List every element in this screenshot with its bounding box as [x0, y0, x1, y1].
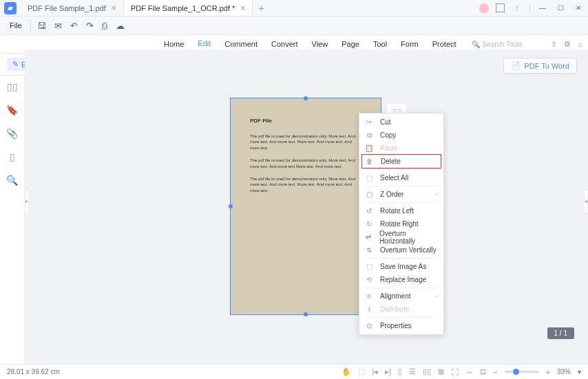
attachments-icon[interactable]: 📎	[7, 128, 18, 139]
status-bar: 28.01 x 39.62 cm ✋ ⬚ |◂ ▸| ▯ ☰ ▯▯ ⊞ ⛶ ↔ …	[0, 364, 588, 379]
resize-handle-s[interactable]	[304, 312, 308, 316]
settings-icon[interactable]: ⚙	[564, 40, 571, 49]
ctx-copy[interactable]: ⧉Copy	[359, 129, 443, 142]
tab-label: PDF File Sample_1.pdf	[28, 4, 106, 12]
close-button[interactable]: ✕	[573, 3, 584, 14]
layers-icon: ▢	[365, 191, 373, 198]
bookmarks-icon[interactable]: 🔖	[7, 105, 18, 116]
copy-icon: ⧉	[365, 131, 373, 140]
home-icon[interactable]: ⌂	[578, 40, 582, 49]
ctx-rotate-left[interactable]: ↺Rotate Left	[359, 204, 443, 217]
save-icon[interactable]: 🖫	[35, 21, 48, 31]
redo-icon[interactable]: ↷	[84, 21, 96, 31]
zoom-in-icon[interactable]: +	[546, 368, 550, 376]
search-label: Search Tools	[483, 41, 523, 48]
rotate-left-icon: ↺	[365, 207, 373, 215]
ctx-select-all[interactable]: ⬚Select All	[359, 171, 443, 184]
fullscreen-icon[interactable]: ⛶	[451, 368, 459, 376]
pencil-icon: ✎	[12, 60, 19, 69]
resize-handle-w[interactable]	[229, 204, 233, 208]
context-menu: ✂Cut ⧉Copy 📋Paste 🗑Delete ⬚Select All ▢Z…	[359, 113, 444, 335]
zoom-value[interactable]: 33%	[557, 368, 571, 376]
fit-width-icon[interactable]: ↔	[465, 368, 473, 376]
view-double-icon[interactable]: ▯▯	[423, 367, 431, 376]
doc-paragraph: The pdf file is used for demonstration o…	[250, 176, 361, 193]
app-icon: ▰	[4, 2, 17, 14]
layers-icon[interactable]: ▯	[7, 151, 18, 162]
paste-icon: 📋	[365, 144, 373, 152]
ctx-properties[interactable]: ⊙Properties	[359, 319, 443, 332]
hand-tool-icon[interactable]: ✋	[342, 367, 351, 376]
gear-icon: ⊙	[365, 322, 373, 329]
doc-paragraph: The pdf file is used for demonstration o…	[250, 158, 361, 169]
doc-paragraph: The pdf file is used for demonstration o…	[250, 133, 361, 151]
theme-icon[interactable]	[479, 3, 489, 13]
thumbnails-icon[interactable]: ▯▯	[7, 81, 18, 92]
ctx-paste: 📋Paste	[359, 142, 443, 155]
canvas-area: 📄 PDF To Word PDF File The pdf file is u…	[25, 50, 588, 364]
chevron-down-icon[interactable]: ▾	[578, 368, 581, 376]
resize-handle-n[interactable]	[304, 96, 308, 100]
replace-icon: ⟲	[365, 276, 373, 283]
pdf-to-word-label: PDF To Word	[524, 62, 569, 70]
expand-right-handle[interactable]: ◂	[584, 190, 588, 213]
nav-next-icon[interactable]: ▸|	[385, 367, 391, 376]
popout-icon[interactable]	[496, 3, 505, 12]
chevron-right-icon: ›	[436, 293, 438, 299]
ctx-z-order[interactable]: ▢Z Order›	[359, 188, 443, 201]
file-toolbar: File 🖫 ✉ ↶ ↷ ⎙ ☁	[0, 17, 588, 34]
ctx-rotate-right[interactable]: ↻Rotate Right	[359, 217, 443, 230]
print-icon[interactable]: ⎙	[100, 21, 109, 31]
share-icon[interactable]: ⇪	[551, 40, 557, 49]
more-icon[interactable]: ⋮	[512, 3, 523, 14]
page-indicator: 1 / 1	[547, 327, 574, 339]
doc-title: PDF File	[250, 118, 361, 124]
pdf-to-word-button[interactable]: 📄 PDF To Word	[503, 58, 577, 74]
cut-icon: ✂	[365, 118, 373, 126]
tab-label: PDF File Sample_1_OCR.pdf *	[131, 4, 235, 12]
ctx-overturn-h[interactable]: ⇄Overturn Horizontally	[359, 230, 443, 243]
flip-v-icon: ⇅	[365, 246, 373, 254]
file-menu[interactable]: File	[6, 21, 26, 30]
ctx-replace-image[interactable]: ⟲Replace Image	[359, 273, 443, 286]
maximize-button[interactable]: ☐	[555, 3, 566, 14]
view-single-icon[interactable]: ▯	[398, 367, 402, 376]
ctx-overturn-v[interactable]: ⇅Overturn Vertically	[359, 243, 443, 257]
undo-icon[interactable]: ↶	[68, 21, 80, 31]
search-tools[interactable]: 🔍 Search Tools	[472, 41, 523, 48]
mail-icon[interactable]: ✉	[52, 21, 64, 31]
zoom-slider[interactable]	[505, 371, 539, 373]
tab-file-1[interactable]: PDF File Sample_1.pdf ×	[21, 0, 124, 16]
close-icon[interactable]: ×	[112, 3, 116, 13]
word-icon: 📄	[511, 61, 521, 70]
ctx-distribute: ⫴Distribute	[359, 303, 443, 316]
fit-page-icon[interactable]: ⊡	[480, 367, 486, 376]
delete-icon: 🗑	[366, 158, 374, 165]
ctx-save-image[interactable]: ⬚Save Image As	[359, 260, 443, 273]
ctx-delete[interactable]: 🗑Delete	[361, 154, 441, 169]
left-sidebar: ▯▯ 🔖 📎 ▯ 🔍	[0, 76, 25, 364]
minimize-button[interactable]: —	[537, 3, 548, 14]
save-icon: ⬚	[365, 263, 373, 270]
nav-prev-icon[interactable]: |◂	[372, 367, 378, 376]
close-icon[interactable]: ×	[240, 3, 245, 13]
zoom-out-icon[interactable]: −	[493, 368, 497, 376]
search-icon: 🔍	[472, 41, 480, 48]
titlebar: ▰ PDF File Sample_1.pdf × PDF File Sampl…	[0, 0, 588, 17]
flip-h-icon: ⇄	[365, 233, 372, 241]
ctx-alignment[interactable]: ≡Alignment›	[359, 290, 443, 303]
view-cont-icon[interactable]: ☰	[409, 367, 416, 376]
add-tab-button[interactable]: +	[253, 3, 269, 14]
expand-left-handle[interactable]: ▸	[25, 190, 29, 213]
chevron-right-icon: ›	[436, 191, 438, 197]
page-size: 28.01 x 39.62 cm	[7, 368, 60, 376]
align-icon: ≡	[365, 292, 373, 300]
zoom-thumb[interactable]	[513, 369, 519, 375]
cloud-icon[interactable]: ☁	[114, 21, 127, 31]
search-side-icon[interactable]: 🔍	[7, 175, 18, 186]
tab-file-2[interactable]: PDF File Sample_1_OCR.pdf * ×	[124, 0, 253, 16]
rotate-right-icon: ↻	[365, 220, 373, 228]
view-double-cont-icon[interactable]: ⊞	[438, 367, 444, 376]
ctx-cut[interactable]: ✂Cut	[359, 116, 443, 129]
select-tool-icon[interactable]: ⬚	[358, 367, 365, 376]
